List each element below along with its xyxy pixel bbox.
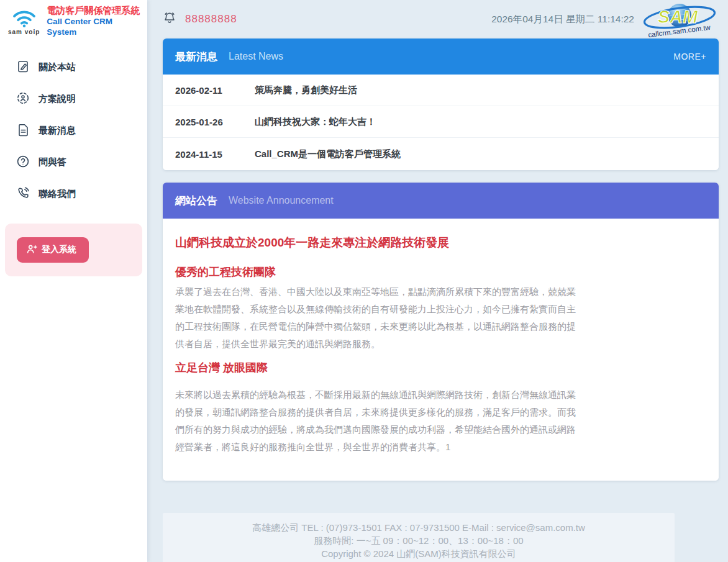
plan-icon [16,91,30,107]
sidebar-item-news[interactable]: 最新消息 [0,115,147,147]
announcement-headline: 山鍆科技成立於2000年一路走來專注於網路技術發展 [175,235,706,251]
brand-logo: sam voip [6,7,42,35]
sidebar-item-contact[interactable]: 聯絡我們 [0,178,147,210]
topbar: 88888888 2026年04月14日 星期二 11:14:22 [163,0,719,39]
announcement-section-heading: 優秀的工程技術團隊 [175,265,706,279]
contact-phone-icon [16,186,30,202]
news-title-en: Latest News [229,51,283,62]
edit-document-icon [16,60,30,75]
wifi-icon [10,7,39,30]
sidebar-menu: 關於本站 方案說明 最新消息 [0,52,147,210]
sidebar-item-label: 方案說明 [39,93,76,105]
announcement-paragraph: 未來將以過去累積的經驗為根基，不斷採用最新的無線通訊與網際網路技術，創新台灣無線… [175,386,584,456]
news-date: 2026-02-11 [175,85,255,96]
sidebar-item-label: 問與答 [39,156,66,168]
bell-icon [163,11,176,27]
news-row[interactable]: 2025-01-26 山鍆科技祝大家：蛇年大吉！ [163,106,719,138]
news-date: 2025-01-26 [175,117,255,127]
news-item-title: Call_CRM是一個電訪客戶管理系統 [255,148,401,160]
sidebar-item-label: 聯絡我們 [39,188,76,200]
footer: 高雄總公司 TEL : (07)973-1501 FAX : 07-973150… [163,513,675,562]
login-button-label: 登入系統 [42,244,76,255]
sidebar-item-about[interactable]: 關於本站 [0,52,147,83]
sidebar: sam voip 電訪客戶關係管理系統 Call Center CRM Syst… [0,0,147,562]
news-row[interactable]: 2026-02-11 策馬奔騰，勇創美好生活 [163,75,719,106]
news-row[interactable]: 2024-11-15 Call_CRM是一個電訪客戶管理系統 [163,138,719,170]
footer-hours: 服務時間: 一~五 09：00~12：00、13：00~18：00 [169,534,668,547]
footer-copyright: Copyright © 2024 山鍆(SAM)科技資訊有限公司 [169,547,668,560]
person-plus-icon [26,243,37,256]
footer-contact: 高雄總公司 TEL : (07)973-1501 FAX : 07-973150… [169,521,668,534]
login-button[interactable]: 登入系統 [17,237,89,263]
question-circle-icon [16,155,30,170]
datetime: 2026年04月14日 星期二 11:14:22 [491,13,634,26]
brand-title-en: Call Center CRM System [47,17,143,38]
brand: sam voip 電訪客戶關係管理系統 Call Center CRM Syst… [0,0,147,42]
sam-logo-text: SAM [658,7,698,27]
sidebar-item-plans[interactable]: 方案說明 [0,83,147,115]
news-more-link[interactable]: MORE+ [673,52,706,61]
hotline-number: 88888888 [185,13,237,25]
brand-logo-text: sam voip [8,29,40,35]
news-date: 2024-11-15 [175,149,255,160]
announcement-card-header: 網站公告 Website Announcement [163,183,719,219]
sidebar-item-label: 關於本站 [39,61,76,73]
news-item-title: 策馬奔騰，勇創美好生活 [255,84,357,96]
announcement-title-en: Website Announcement [229,195,334,206]
news-card: 最新消息 Latest News MORE+ 2026-02-11 策馬奔騰，勇… [163,39,719,170]
brand-title-zh: 電訪客戶關係管理系統 [47,5,143,17]
news-item-title: 山鍆科技祝大家：蛇年大吉！ [255,116,376,128]
news-title-zh: 最新消息 [175,50,217,64]
news-document-icon [16,123,30,138]
sam-logo[interactable]: SAM callcrm.sam.com.tw [640,2,719,37]
announcement-body: 山鍆科技成立於2000年一路走來專注於網路技術發展 優秀的工程技術團隊 承襲了過… [163,219,719,481]
sidebar-item-label: 最新消息 [39,125,76,137]
announcement-card: 網站公告 Website Announcement 山鍆科技成立於2000年一路… [163,183,719,481]
hotline: 88888888 [163,11,237,27]
sidebar-item-faq[interactable]: 問與答 [0,147,147,178]
announcement-paragraph: 承襲了過去在台灣、香港、中國大陸以及東南亞等地區，點點滴滴所累積下來的豐富經驗，… [175,283,584,353]
main-content: 88888888 2026年04月14日 星期二 11:14:22 [147,0,728,562]
login-panel: 登入系統 [5,224,142,276]
announcement-title-zh: 網站公告 [175,194,217,208]
announcement-section-heading: 立足台灣 放眼國際 [175,360,706,375]
news-card-header: 最新消息 Latest News MORE+ [163,39,719,75]
